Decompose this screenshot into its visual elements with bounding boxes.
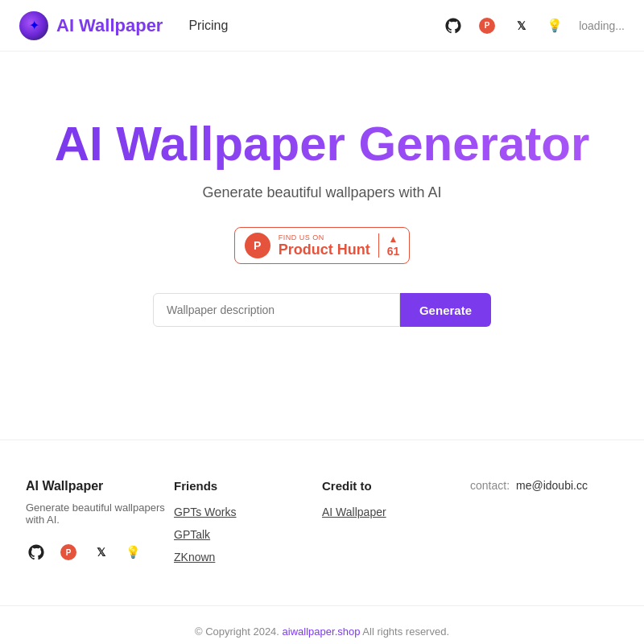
site-link[interactable]: aiwallpaper.shop (283, 625, 361, 638)
footer-link-zknown[interactable]: ZKnown (174, 551, 322, 564)
nav-right: P 𝕏 💡 loading... (444, 16, 625, 35)
logo-link[interactable]: ✦ AI Wallpaper (19, 11, 163, 40)
footer-contact-info: contact: me@idoubi.cc (470, 479, 618, 492)
logo-text: AI Wallpaper (56, 15, 163, 36)
ph-text-block: FIND US ON Product Hunt (279, 233, 370, 258)
product-hunt-badge[interactable]: P FIND US ON Product Hunt ▲ 61 (234, 227, 411, 264)
ph-arrow-icon: ▲ (389, 233, 398, 245)
github-icon[interactable] (444, 16, 463, 35)
rights-text: All rights reserved. (362, 625, 449, 638)
footer-brand-col: AI Wallpaper Generate beautiful wallpape… (26, 479, 174, 573)
footer-link-gpts-works[interactable]: GPTs Works (174, 506, 322, 518)
footer-icons: P 𝕏 💡 (26, 542, 174, 563)
footer-brand-name: AI Wallpaper (26, 479, 174, 493)
producthunt-nav-icon[interactable]: P (477, 16, 497, 35)
footer-github-icon[interactable] (26, 542, 47, 563)
footer-link-gptalk[interactable]: GPTalk (174, 528, 322, 541)
contact-label: contact: (470, 479, 510, 492)
ph-find-label: FIND US ON (279, 233, 370, 242)
ph-circle-icon: P (245, 233, 270, 258)
footer-x-icon[interactable]: 𝕏 (90, 542, 111, 563)
footer-producthunt-icon[interactable]: P (58, 542, 79, 563)
contact-email: me@idoubi.cc (516, 479, 588, 492)
hero-subtitle: Generate beautiful wallpapers with AI (202, 184, 441, 201)
hero-section: AI Wallpaper Generator Generate beautifu… (0, 52, 644, 407)
copyright-text: © Copyright 2024. (195, 625, 279, 638)
description-input[interactable] (153, 293, 400, 327)
generate-button[interactable]: Generate (400, 293, 491, 327)
ph-count: 61 (387, 245, 400, 258)
footer-friends-title: Friends (174, 479, 322, 493)
footer: AI Wallpaper Generate beautiful wallpape… (0, 440, 644, 644)
footer-bulb-icon[interactable]: 💡 (122, 542, 143, 563)
ph-name-label: Product Hunt (279, 242, 370, 258)
bulb-nav-icon[interactable]: 💡 (545, 16, 564, 35)
footer-credit-col: Credit to AI Wallpaper (322, 479, 470, 573)
footer-top: AI Wallpaper Generate beautiful wallpape… (0, 440, 644, 605)
logo-icon: ✦ (19, 11, 48, 40)
navbar: ✦ AI Wallpaper Pricing P 𝕏 💡 loading... (0, 0, 644, 52)
footer-bottom: © Copyright 2024. aiwallpaper.shop All r… (0, 605, 644, 644)
footer-contact-col: contact: me@idoubi.cc (470, 479, 618, 573)
loading-text: loading... (579, 19, 625, 32)
footer-friends-col: Friends GPTs Works GPTalk ZKnown (174, 479, 322, 573)
search-bar: Generate (153, 293, 491, 327)
x-nav-icon[interactable]: 𝕏 (511, 16, 530, 35)
footer-credit-title: Credit to (322, 479, 470, 493)
pricing-link[interactable]: Pricing (188, 19, 228, 33)
footer-link-ai-wallpaper[interactable]: AI Wallpaper (322, 506, 470, 518)
footer-brand-desc: Generate beautiful wallpapers with AI. (26, 502, 174, 526)
ph-count-block: ▲ 61 (378, 233, 400, 258)
hero-title: AI Wallpaper Generator (55, 116, 590, 171)
